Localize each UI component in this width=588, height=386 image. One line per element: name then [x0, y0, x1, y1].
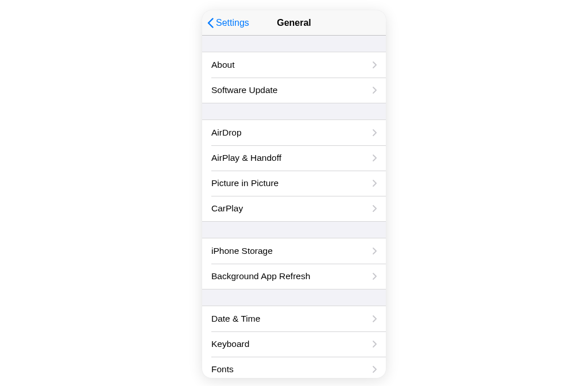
- chevron-right-icon: [372, 155, 377, 162]
- row-keyboard[interactable]: Keyboard: [202, 331, 386, 357]
- row-label: AirPlay & Handoff: [211, 153, 372, 164]
- chevron-right-icon: [372, 61, 377, 69]
- chevron-right-icon: [372, 205, 377, 213]
- row-label: About: [211, 60, 372, 71]
- chevron-right-icon: [372, 87, 377, 94]
- row-date-time[interactable]: Date & Time: [202, 306, 386, 331]
- row-label: CarPlay: [211, 203, 372, 214]
- group-storage: iPhone Storage Background App Refresh: [202, 238, 386, 290]
- row-label: Software Update: [211, 85, 372, 96]
- chevron-right-icon: [372, 366, 377, 373]
- row-fonts[interactable]: Fonts: [202, 357, 386, 378]
- row-carplay[interactable]: CarPlay: [202, 196, 386, 221]
- row-label: Background App Refresh: [211, 271, 372, 282]
- nav-bar: Settings General: [202, 10, 386, 36]
- row-software-update[interactable]: Software Update: [202, 78, 386, 103]
- row-about[interactable]: About: [202, 52, 386, 78]
- row-label: Picture in Picture: [211, 178, 372, 189]
- chevron-right-icon: [372, 273, 377, 280]
- chevron-right-icon: [372, 315, 377, 323]
- back-button[interactable]: Settings: [207, 17, 249, 29]
- group-date-time: Date & Time Keyboard Fonts Language & Re…: [202, 306, 386, 378]
- row-label: Fonts: [211, 364, 372, 375]
- row-iphone-storage[interactable]: iPhone Storage: [202, 238, 386, 264]
- content[interactable]: About Software Update AirDrop Ai: [202, 36, 386, 378]
- chevron-right-icon: [372, 180, 377, 187]
- chevron-right-icon: [372, 248, 377, 255]
- phone-frame: Settings General About Software Update: [202, 10, 386, 378]
- row-airdrop[interactable]: AirDrop: [202, 120, 386, 145]
- row-label: Keyboard: [211, 339, 372, 350]
- group-about: About Software Update: [202, 52, 386, 103]
- chevron-left-icon: [207, 17, 214, 29]
- row-label: AirDrop: [211, 128, 372, 138]
- row-background-app-refresh[interactable]: Background App Refresh: [202, 264, 386, 289]
- row-airplay-handoff[interactable]: AirPlay & Handoff: [202, 145, 386, 171]
- chevron-right-icon: [372, 341, 377, 348]
- group-airdrop: AirDrop AirPlay & Handoff Picture in Pic…: [202, 119, 386, 222]
- row-label: iPhone Storage: [211, 246, 372, 257]
- back-label: Settings: [216, 18, 249, 28]
- row-label: Date & Time: [211, 314, 372, 325]
- chevron-right-icon: [372, 129, 377, 137]
- row-picture-in-picture[interactable]: Picture in Picture: [202, 171, 386, 196]
